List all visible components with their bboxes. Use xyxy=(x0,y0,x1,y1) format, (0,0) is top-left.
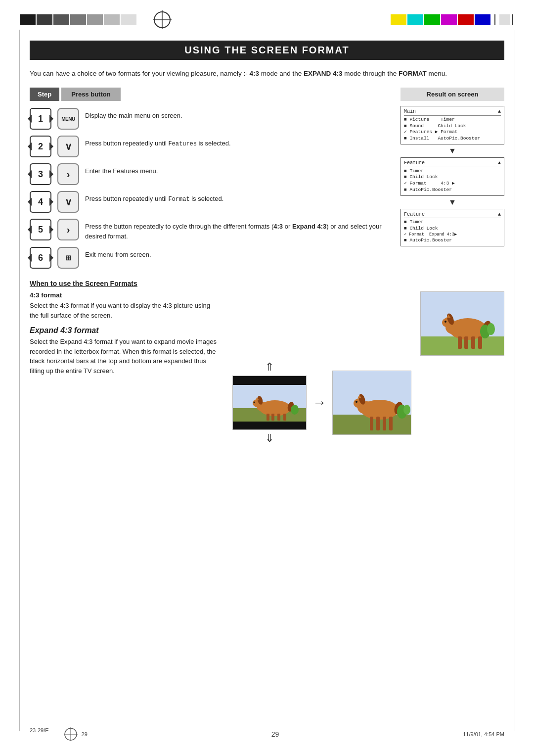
svg-rect-39 xyxy=(370,417,373,430)
footer-page-num: 29 xyxy=(82,731,88,737)
image-43 xyxy=(420,291,504,356)
svg-rect-10 xyxy=(471,336,475,349)
image-expanded xyxy=(332,371,411,435)
footer-left: 23-29/E 29 xyxy=(30,727,88,741)
svg-rect-41 xyxy=(383,417,386,430)
steps-area: Step Press button 1 MENU Display the mai… xyxy=(30,88,396,275)
arrow-up-icon: ⇑ xyxy=(265,361,274,374)
page-title: Using the Screen Format xyxy=(30,41,504,60)
horse-image-svg xyxy=(421,292,504,356)
table-headers: Step Press button xyxy=(30,88,396,101)
feature-text: Features xyxy=(168,141,197,147)
expanded-svg xyxy=(333,371,411,435)
image-43-container xyxy=(420,291,504,356)
expand-bold: Expand 4:3 xyxy=(292,223,326,230)
color-block xyxy=(475,14,490,25)
color-block xyxy=(407,14,423,25)
header-step: Step xyxy=(30,88,59,101)
svg-rect-20 xyxy=(233,422,307,430)
color-block xyxy=(37,14,52,25)
header-press: Press button xyxy=(61,88,120,101)
footer-date: 11/9/01, 4:54 PM xyxy=(463,731,504,737)
result-screen-2: Feature▲ ■ Timer ■ Child Lock ✓ Format 4… xyxy=(400,157,504,196)
footer-right: 11/9/01, 4:54 PM xyxy=(463,731,504,737)
step-row-3: 3 › Enter the Features menu. xyxy=(30,163,396,185)
svg-point-45 xyxy=(356,401,357,403)
step-number-4: 4 xyxy=(30,191,51,213)
color-block xyxy=(499,14,510,25)
step-desc-1: Display the main menu on screen. xyxy=(85,108,396,121)
screen-title-2: Feature▲ xyxy=(404,160,501,167)
button-menu[interactable]: MENU xyxy=(57,108,79,130)
intro-paragraph: You can have a choice of two formats for… xyxy=(30,69,504,79)
screen-row: ■ Child Lock xyxy=(404,226,501,232)
color-block xyxy=(391,14,406,25)
svg-rect-42 xyxy=(389,417,393,430)
color-block xyxy=(20,14,36,25)
svg-point-33 xyxy=(291,405,299,415)
result-screen-3: Feature▲ ■ Timer ■ Child Lock ✓ Format E… xyxy=(400,209,504,246)
svg-rect-26 xyxy=(271,414,274,421)
screen-arrow-2: ▼ xyxy=(400,198,504,207)
step-desc-3: Enter the Features menu. xyxy=(85,163,396,176)
button-exit[interactable]: ⊞ xyxy=(57,247,79,269)
step-row-1: 1 MENU Display the main menu on screen. xyxy=(30,108,396,130)
svg-rect-8 xyxy=(458,336,462,349)
color-block xyxy=(87,14,103,25)
format-43-title: 4:3 format xyxy=(30,291,218,299)
button-down-2[interactable]: ∨ xyxy=(57,136,79,157)
step-number-6: 6 xyxy=(30,247,51,269)
button-right-3[interactable]: › xyxy=(57,163,79,185)
intro-bold-43: 4:3 xyxy=(249,70,259,77)
button-right-5[interactable]: › xyxy=(57,219,79,240)
screen-row: ✓ Features ▶ Format xyxy=(404,129,501,136)
format-descriptions: 4:3 format Select the 4:3 format if you … xyxy=(30,291,504,445)
results-area: Result on screen Main▲ ■ Picture Timer ■… xyxy=(400,88,504,275)
color-block xyxy=(104,14,120,25)
screen-row: ✓ Format 4:3 ▶ xyxy=(404,181,501,187)
screen-row: ■ AutoPic.Booster xyxy=(404,237,501,244)
footer-crosshair-area: 29 xyxy=(64,727,88,741)
svg-rect-28 xyxy=(283,414,286,421)
steps-layout: Step Press button 1 MENU Display the mai… xyxy=(30,88,504,275)
footer-center-page: 29 xyxy=(271,730,279,738)
step-row-5: 5 › Press the button repeatedly to cycle… xyxy=(30,219,396,241)
letterbox-svg xyxy=(233,376,307,430)
color-block xyxy=(53,14,69,25)
screen-row: ■ Child Lock xyxy=(404,174,501,181)
color-block xyxy=(70,14,86,25)
screen-row: ■ Timer xyxy=(404,168,501,175)
step-number-2: 2 xyxy=(30,136,51,157)
expand-image-row: ⇑ xyxy=(232,361,504,445)
screen-row: ■ AutoPic.Booster xyxy=(404,187,501,193)
arrow-right-icon: → xyxy=(312,395,326,411)
when-section: When to use the Screen Formats 4:3 forma… xyxy=(30,280,504,445)
screen-row: ■ Sound Child Lock xyxy=(404,123,501,130)
right-color-bar xyxy=(391,14,514,25)
step-number-5: 5 xyxy=(30,219,51,240)
step-row-4: 4 ∨ Press button repeatedly until Format… xyxy=(30,191,396,213)
intro-bold-format: FORMAT xyxy=(399,70,427,77)
svg-rect-19 xyxy=(233,376,307,385)
svg-rect-11 xyxy=(478,336,482,349)
svg-point-14 xyxy=(445,321,446,323)
svg-rect-9 xyxy=(464,336,468,349)
step-row-2: 2 ∨ Press button repeatedly until Featur… xyxy=(30,136,396,157)
footer-code: 23-29/E xyxy=(30,727,49,741)
button-down-4[interactable]: ∨ xyxy=(57,191,79,213)
svg-rect-25 xyxy=(267,414,269,421)
intro-bold-expand: EXPAND 4:3 xyxy=(304,70,343,77)
top-bar xyxy=(0,0,534,36)
step-desc-4: Press button repeatedly until Format is … xyxy=(85,191,396,204)
main-content: Using the Screen Format You can have a c… xyxy=(0,36,534,460)
color-block xyxy=(424,14,440,25)
separator xyxy=(494,14,495,25)
screen-row: ✓ Format Expand 4:3▶ xyxy=(404,232,501,237)
expand-title: Expand 4:3 format xyxy=(30,326,218,335)
when-title: When to use the Screen Formats xyxy=(30,280,504,287)
step-desc-5: Press the button repeatedly to cycle thr… xyxy=(85,219,396,241)
screen-row: ■ Install AutoPic.Booster xyxy=(404,136,501,142)
screen-row: ■ Picture Timer xyxy=(404,117,501,123)
color-block xyxy=(441,14,457,25)
step-row-6: 6 ⊞ Exit menu from screen. xyxy=(30,247,396,269)
